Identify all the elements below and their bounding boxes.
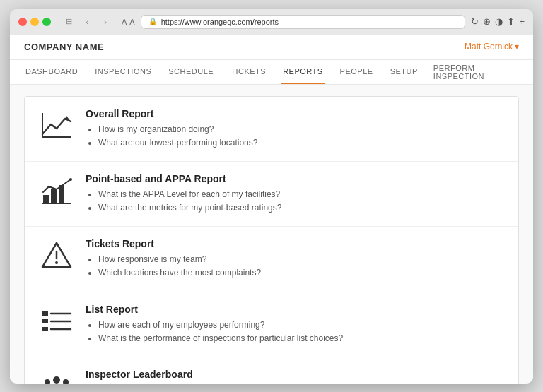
close-button[interactable]: [18, 18, 27, 26]
address-bar[interactable]: 🔒 https://www.orangeqc.com/reports: [141, 15, 466, 29]
overall-report-bullets: How is my organization doing? What are o…: [86, 123, 504, 150]
forward-icon[interactable]: ›: [98, 16, 113, 28]
list-report-text: List Report How are each of my employees…: [86, 304, 504, 345]
point-based-report-title[interactable]: Point-based and APPA Report: [86, 173, 504, 184]
svg-rect-4: [51, 189, 57, 203]
nav-item-tickets[interactable]: TICKETS: [229, 60, 267, 84]
nav-item-schedule[interactable]: SCHEDULE: [167, 60, 215, 84]
inspector-leaderboard-text: Inspector Leaderboard How many inspectio…: [86, 369, 504, 384]
nav-item-setup[interactable]: SETUP: [389, 60, 419, 84]
reader-aa: A A: [122, 18, 135, 26]
point-based-bullet-2: What are the metrics for my point-based …: [98, 201, 504, 215]
app-nav: DASHBOARD INSPECTIONS SCHEDULE TICKETS R…: [10, 60, 533, 85]
overall-report-icon: [39, 108, 74, 143]
overall-bullet-1: How is my organization doing?: [98, 123, 504, 136]
svg-point-17: [53, 376, 60, 384]
nav-item-people[interactable]: PEOPLE: [339, 60, 375, 84]
list-report-icon: [39, 304, 74, 339]
user-name: Matt Gornick: [465, 42, 513, 52]
svg-rect-3: [43, 195, 49, 203]
svg-rect-11: [42, 311, 48, 316]
nav-item-inspections[interactable]: INSPECTIONS: [93, 60, 153, 84]
overall-report-text: Overall Report How is my organization do…: [86, 108, 504, 150]
point-based-report-icon: [39, 173, 74, 208]
list-report-title[interactable]: List Report: [86, 304, 504, 315]
report-row-tickets[interactable]: Tickets Report How responsive is my team…: [25, 227, 518, 292]
user-menu[interactable]: Matt Gornick ▾: [465, 42, 519, 52]
back-icon[interactable]: ‹: [79, 16, 95, 28]
svg-point-19: [63, 379, 69, 384]
report-row-point-based[interactable]: Point-based and APPA Report What is the …: [25, 162, 518, 227]
point-based-bullet-1: What is the APPA Level for each of my fa…: [98, 188, 504, 201]
share-icon[interactable]: ⬆: [507, 16, 515, 27]
svg-point-10: [55, 261, 58, 264]
chevron-down-icon: ▾: [515, 42, 519, 52]
company-name: COMPANY NAME: [24, 42, 104, 52]
point-based-report-text: Point-based and APPA Report What is the …: [86, 173, 504, 215]
browser-actions: ↻ ⊕ ◑ ⬆ +: [471, 16, 525, 27]
lock-icon: 🔒: [148, 18, 157, 25]
browser-window: ⊟ ‹ › A A 🔒 https://www.orangeqc.com/rep…: [10, 9, 533, 384]
maximize-button[interactable]: [42, 18, 51, 26]
report-row-overall[interactable]: Overall Report How is my organization do…: [25, 97, 518, 162]
inspector-leaderboard-title[interactable]: Inspector Leaderboard: [86, 369, 504, 380]
svg-rect-15: [42, 327, 48, 331]
perform-inspection-button[interactable]: PERFORM INSPECTION: [433, 64, 519, 81]
sidebar-toggle-icon[interactable]: ⊟: [61, 16, 76, 28]
tickets-report-icon: [39, 238, 74, 273]
list-report-bullets: How are each of my employees performing?…: [86, 319, 504, 345]
overall-bullet-2: What are our lowest-performing locations…: [98, 136, 504, 150]
report-row-inspector-leaderboard[interactable]: Inspector Leaderboard How many inspectio…: [25, 357, 518, 384]
svg-point-18: [45, 379, 50, 384]
main-content: Overall Report How is my organization do…: [10, 85, 533, 384]
extension-icon[interactable]: ◑: [495, 16, 503, 27]
inspector-leaderboard-icon: [39, 369, 74, 384]
report-row-list[interactable]: List Report How are each of my employees…: [25, 292, 518, 357]
app-header: COMPANY NAME Matt Gornick ▾: [10, 35, 533, 60]
tickets-report-text: Tickets Report How responsive is my team…: [86, 238, 504, 280]
browser-chrome: ⊟ ‹ › A A 🔒 https://www.orangeqc.com/rep…: [10, 9, 533, 35]
overall-report-title[interactable]: Overall Report: [86, 108, 504, 119]
minimize-button[interactable]: [30, 18, 39, 26]
app-content: COMPANY NAME Matt Gornick ▾ DASHBOARD IN…: [10, 35, 533, 384]
browser-controls: ⊟ ‹ ›: [61, 16, 113, 28]
tickets-bullet-2: Which locations have the most complaints…: [98, 266, 504, 280]
tickets-report-bullets: How responsive is my team? Which locatio…: [86, 253, 504, 280]
reports-card: Overall Report How is my organization do…: [24, 96, 519, 384]
traffic-lights: [18, 18, 51, 26]
svg-rect-13: [42, 319, 48, 323]
list-bullet-1: How are each of my employees performing?: [98, 319, 504, 332]
nav-item-dashboard[interactable]: DASHBOARD: [24, 60, 79, 84]
nav-item-reports[interactable]: REPORTS: [281, 60, 324, 84]
list-bullet-2: What is the performance of inspections f…: [98, 332, 504, 345]
svg-point-6: [69, 178, 72, 181]
refresh-icon[interactable]: ↻: [471, 16, 479, 27]
shield-icon[interactable]: ⊕: [483, 16, 491, 27]
new-tab-icon[interactable]: +: [519, 16, 525, 27]
url-text: https://www.orangeqc.com/reports: [161, 18, 279, 26]
tickets-bullet-1: How responsive is my team?: [98, 253, 504, 266]
point-based-report-bullets: What is the APPA Level for each of my fa…: [86, 188, 504, 215]
tickets-report-title[interactable]: Tickets Report: [86, 238, 504, 249]
